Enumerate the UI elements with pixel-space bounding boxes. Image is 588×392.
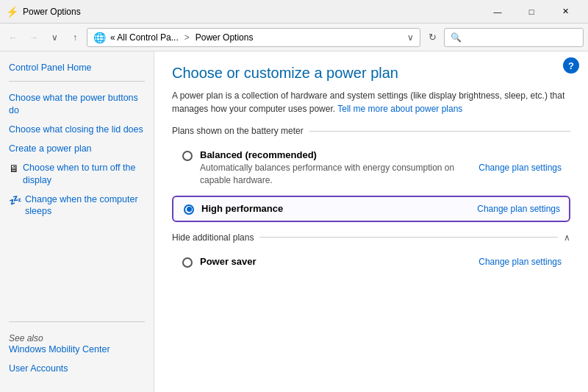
sleep-icon: 💤 xyxy=(9,194,21,206)
forward-button[interactable]: → xyxy=(25,29,43,46)
plan-high-performance-name: High performance xyxy=(201,203,477,214)
search-box[interactable]: 🔍 xyxy=(444,28,584,47)
breadcrumb-separator: > xyxy=(184,32,190,43)
tell-me-more-link[interactable]: Tell me more about power plans xyxy=(337,104,462,114)
address-bar: ← → ∨ ↑ 🌐 « All Control Pa... > Power Op… xyxy=(0,24,588,51)
plan-high-performance-link[interactable]: Change plan settings xyxy=(477,204,560,214)
plans-header-label: Plans shown on the battery meter xyxy=(172,126,304,136)
close-button[interactable]: ✕ xyxy=(548,0,582,24)
back-button[interactable]: ← xyxy=(4,29,22,46)
plan-balanced-name: Balanced (recommended) xyxy=(200,149,478,160)
page-title: Choose or customize a power plan xyxy=(172,65,570,82)
hide-plans-line xyxy=(259,237,558,238)
breadcrumb-2[interactable]: Power Options xyxy=(196,32,254,43)
sidebar-user-accounts[interactable]: User Accounts xyxy=(9,363,145,374)
plans-header: Plans shown on the battery meter xyxy=(172,126,570,136)
refresh-button[interactable]: ↻ xyxy=(423,29,441,46)
window-title: Power Options xyxy=(23,7,481,17)
plan-power-saver-radio[interactable] xyxy=(182,257,193,268)
dropdown-button[interactable]: ∨ xyxy=(46,29,63,46)
content-description: A power plan is a collection of hardware… xyxy=(172,89,570,115)
main-area: Control Panel Home Choose what the power… xyxy=(0,51,588,392)
sidebar-windows-mobility[interactable]: Windows Mobility Center xyxy=(9,343,145,355)
titlebar: ⚡ Power Options — □ ✕ xyxy=(0,0,588,24)
see-also-divider xyxy=(9,321,145,322)
plans-header-line xyxy=(309,131,570,132)
address-box[interactable]: 🌐 « All Control Pa... > Power Options ∨ xyxy=(87,28,420,47)
plan-high-performance-radio[interactable] xyxy=(184,204,194,215)
plan-power-saver-info: Power saver xyxy=(200,256,478,267)
maximize-button[interactable]: □ xyxy=(514,0,548,24)
plan-power-saver-link[interactable]: Change plan settings xyxy=(478,257,562,267)
plan-power-saver-name: Power saver xyxy=(200,256,478,267)
see-also-label: See also xyxy=(9,333,43,343)
sidebar-item-create-plan[interactable]: Create a power plan xyxy=(9,143,145,154)
plan-balanced-link[interactable]: Change plan settings xyxy=(478,163,562,173)
sidebar: Control Panel Home Choose what the power… xyxy=(0,51,154,392)
addr-icon: 🌐 xyxy=(93,32,106,43)
help-button[interactable]: ? xyxy=(563,57,579,74)
sidebar-item-sleep[interactable]: Change when the computer sleeps xyxy=(25,193,145,218)
content-area: ? Choose or customize a power plan A pow… xyxy=(154,51,588,392)
hide-plans-label: Hide additional plans xyxy=(172,232,254,243)
app-icon: ⚡ xyxy=(6,6,18,18)
hide-plans-header[interactable]: Hide additional plans ∧ xyxy=(172,232,570,243)
sidebar-home-link[interactable]: Control Panel Home xyxy=(9,62,145,74)
up-button[interactable]: ↑ xyxy=(66,29,84,46)
plan-balanced-desc: Automatically balances performance with … xyxy=(200,162,478,187)
plan-balanced[interactable]: Balanced (recommended) Automatically bal… xyxy=(172,143,570,193)
sidebar-item-lid[interactable]: Choose what closing the lid does xyxy=(9,124,145,135)
sidebar-item-display[interactable]: Choose when to turn off the display xyxy=(23,162,145,186)
plan-high-performance[interactable]: High performance Change plan settings xyxy=(172,196,570,222)
plan-high-performance-info: High performance xyxy=(201,203,477,214)
minimize-button[interactable]: — xyxy=(481,0,514,24)
sidebar-divider xyxy=(9,81,145,82)
display-icon: 🖥 xyxy=(9,163,19,174)
plan-balanced-radio[interactable] xyxy=(182,151,193,161)
plan-power-saver[interactable]: Power saver Change plan settings xyxy=(172,250,570,274)
sidebar-item-power-buttons[interactable]: Choose what the power buttons do xyxy=(9,92,145,116)
plan-balanced-info: Balanced (recommended) Automatically bal… xyxy=(200,149,478,187)
see-also-section: See also Windows Mobility Center User Ac… xyxy=(9,321,145,382)
breadcrumb-1[interactable]: « All Control Pa... xyxy=(110,32,179,43)
chevron-up-icon[interactable]: ∧ xyxy=(564,232,570,243)
addr-chevron-icon[interactable]: ∨ xyxy=(407,32,414,43)
window-controls: — □ ✕ xyxy=(481,0,582,24)
